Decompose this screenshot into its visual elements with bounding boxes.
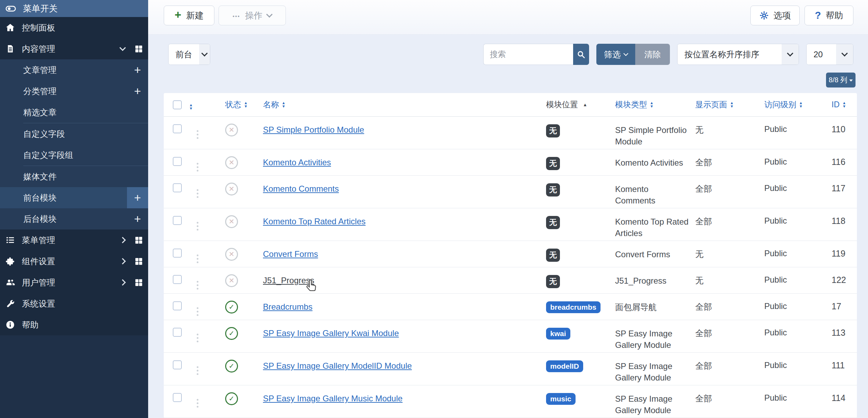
module-name-link[interactable]: Convert Forms xyxy=(263,249,318,259)
actions-button[interactable]: ••• 操作 xyxy=(219,6,286,25)
status-published-icon[interactable]: ✓ xyxy=(225,327,238,340)
module-name-link[interactable]: SP Easy Image Gallery ModelID Module xyxy=(263,361,412,370)
sidebar-item-categories[interactable]: 分类管理 + xyxy=(0,81,148,102)
grid-icon[interactable] xyxy=(134,278,143,287)
add-article-button[interactable]: + xyxy=(127,59,148,81)
table-header-row: ▲▼ 状态▲▼ 名称▲▼ 模块位置▲ 模块类型▲▼ 显示页面▲▼ 访问级别▲▼ … xyxy=(164,93,857,116)
module-name-link[interactable]: SP Easy Image Gallery Music Module xyxy=(263,394,402,403)
status-published-icon[interactable]: ✓ xyxy=(225,301,238,314)
select-all-checkbox[interactable] xyxy=(173,100,182,109)
grid-icon[interactable] xyxy=(134,257,143,266)
status-sort-header[interactable]: 状态▲▼ xyxy=(225,99,248,110)
drag-handle-icon[interactable] xyxy=(194,129,201,140)
id-sort-header[interactable]: ID▲▼ xyxy=(832,100,846,109)
wrench-icon xyxy=(6,299,15,308)
per-page-select[interactable]: 20 xyxy=(806,44,853,65)
sidebar-item-fields[interactable]: 自定义字段 xyxy=(0,123,148,144)
access-sort-header[interactable]: 访问级别▲▼ xyxy=(764,99,803,110)
status-unpublished-icon[interactable]: ✕ xyxy=(225,156,238,169)
row-checkbox[interactable] xyxy=(173,393,182,402)
module-name-link[interactable]: SP Simple Portfolio Module xyxy=(263,125,364,134)
help-button-label: 帮助 xyxy=(826,10,843,21)
id-text: 113 xyxy=(832,328,845,337)
drag-handle-icon[interactable] xyxy=(194,306,201,317)
module-name-link[interactable]: Komento Comments xyxy=(263,184,339,193)
grid-icon[interactable] xyxy=(134,235,143,245)
access-text: Public xyxy=(764,249,787,258)
search-button[interactable] xyxy=(573,44,589,65)
drag-handle-icon[interactable] xyxy=(194,161,201,173)
drag-handle-icon[interactable] xyxy=(194,365,201,376)
add-admin-module-button[interactable]: + xyxy=(127,208,148,229)
module-name-link[interactable]: Komento Top Rated Articles xyxy=(263,217,366,226)
row-checkbox[interactable] xyxy=(173,124,182,133)
access-text: Public xyxy=(764,360,787,370)
module-name-link[interactable]: Breadcrumbs xyxy=(263,302,313,311)
module-type-text: Komento Top Rated Articles xyxy=(615,217,689,238)
client-select[interactable]: 前台 xyxy=(168,44,210,65)
sidebar-item-label: 前台模块 xyxy=(23,192,57,203)
status-unpublished-icon[interactable]: ✕ xyxy=(225,215,238,228)
sidebar-item-admin-modules[interactable]: 后台模块 + xyxy=(0,208,148,229)
row-checkbox[interactable] xyxy=(173,275,182,284)
sidebar-item-system[interactable]: 系统设置 xyxy=(0,293,148,314)
position-sort-header[interactable]: 模块位置▲ xyxy=(546,99,587,110)
sidebar-item-site-modules[interactable]: 前台模块 + xyxy=(0,187,148,208)
sidebar-item-featured[interactable]: 精选文章 xyxy=(0,102,148,123)
chevron-right-icon xyxy=(119,237,126,243)
row-checkbox[interactable] xyxy=(173,216,182,225)
columns-button[interactable]: 8/8 列 xyxy=(826,73,856,87)
filter-button[interactable]: 筛选 xyxy=(596,44,635,65)
sidebar-item-dashboard[interactable]: 控制面板 xyxy=(0,17,148,38)
add-category-button[interactable]: + xyxy=(127,81,148,102)
row-checkbox[interactable] xyxy=(173,183,182,192)
sidebar-item-users[interactable]: 用户管理 xyxy=(0,272,148,293)
sidebar-item-articles[interactable]: 文章管理 + xyxy=(0,59,148,81)
grid-icon[interactable] xyxy=(134,44,143,53)
pages-sort-header[interactable]: 显示页面▲▼ xyxy=(695,99,734,110)
sidebar-item-field-groups[interactable]: 自定义字段组 xyxy=(0,144,148,166)
id-text: 117 xyxy=(832,183,845,193)
module-name-link[interactable]: SP Easy Image Gallery Kwai Module xyxy=(263,328,399,338)
ordering-sort-header[interactable]: ▲▼ xyxy=(189,103,193,110)
search-input[interactable] xyxy=(483,44,573,65)
drag-handle-icon[interactable] xyxy=(194,398,201,409)
options-button[interactable]: 选项 xyxy=(750,6,800,25)
drag-handle-icon[interactable] xyxy=(194,332,201,344)
drag-handle-icon[interactable] xyxy=(194,253,201,265)
new-button[interactable]: + 新建 xyxy=(164,6,214,25)
sidebar-item-components[interactable]: 组件设置 xyxy=(0,251,148,272)
columns-button-label: 8/8 列 xyxy=(829,75,847,85)
chevron-down-icon[interactable] xyxy=(119,44,126,51)
status-unpublished-icon[interactable]: ✕ xyxy=(225,124,238,136)
sidebar-toggle[interactable]: 菜单开关 xyxy=(0,0,148,17)
help-button[interactable]: ? 帮助 xyxy=(805,6,853,25)
sidebar-item-media[interactable]: 媒体文件 xyxy=(0,166,148,187)
module-name-link[interactable]: Komento Activities xyxy=(263,158,331,167)
sidebar-item-label: 菜单管理 xyxy=(22,235,55,246)
status-unpublished-icon[interactable]: ✕ xyxy=(225,274,238,287)
drag-handle-icon[interactable] xyxy=(194,188,201,199)
row-checkbox[interactable] xyxy=(173,249,182,258)
row-checkbox[interactable] xyxy=(173,328,182,337)
clear-button[interactable]: 清除 xyxy=(635,44,670,65)
name-sort-header[interactable]: 名称▲▼ xyxy=(263,99,286,110)
status-unpublished-icon[interactable]: ✕ xyxy=(225,183,238,195)
sidebar-item-help[interactable]: 帮助 xyxy=(0,314,148,335)
status-published-icon[interactable]: ✓ xyxy=(225,392,238,405)
sidebar-item-content[interactable]: 内容管理 xyxy=(0,38,148,59)
sidebar-item-menus[interactable]: 菜单管理 xyxy=(0,229,148,251)
sidebar-item-label: 帮助 xyxy=(22,319,39,331)
add-site-module-button[interactable]: + xyxy=(127,187,148,208)
module-name-link[interactable]: J51_Progress xyxy=(263,276,314,285)
type-sort-header[interactable]: 模块类型▲▼ xyxy=(615,99,654,110)
row-checkbox[interactable] xyxy=(173,301,182,310)
info-icon xyxy=(6,320,15,329)
drag-handle-icon[interactable] xyxy=(194,279,201,291)
status-unpublished-icon[interactable]: ✕ xyxy=(225,248,238,261)
row-checkbox[interactable] xyxy=(173,157,182,166)
sort-select[interactable]: 按位置名称升序排序 xyxy=(677,44,799,65)
drag-handle-icon[interactable] xyxy=(194,220,201,232)
row-checkbox[interactable] xyxy=(173,360,182,369)
status-published-icon[interactable]: ✓ xyxy=(225,360,238,373)
